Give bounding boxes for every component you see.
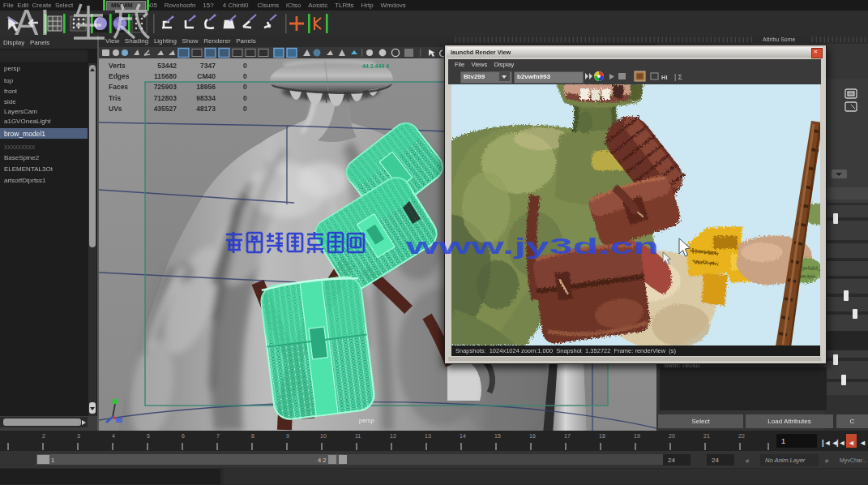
svg-text:◄: ◄ — [848, 439, 855, 447]
svg-text:◄: ◄ — [859, 439, 866, 447]
svg-text:22: 22 — [738, 433, 745, 439]
svg-text:18: 18 — [599, 433, 605, 439]
svg-text:12: 12 — [390, 433, 396, 439]
svg-text:7: 7 — [216, 433, 220, 439]
svg-text:MyvChar...: MyvChar... — [840, 457, 867, 464]
svg-text:21: 21 — [703, 433, 710, 439]
svg-text:13: 13 — [425, 433, 431, 439]
svg-text:AI: AI — [15, 2, 52, 42]
svg-text:HI: HI — [661, 74, 668, 81]
svg-text:1: 1 — [51, 457, 54, 464]
svg-text:No Anim Layer: No Anim Layer — [765, 457, 806, 464]
svg-text:6: 6 — [182, 433, 185, 439]
svg-text:8: 8 — [251, 433, 254, 439]
svg-text:16: 16 — [529, 433, 536, 439]
svg-text:≠: ≠ — [746, 457, 750, 465]
svg-text:9: 9 — [286, 433, 289, 439]
svg-text:19: 19 — [634, 433, 640, 439]
svg-text:17: 17 — [564, 433, 571, 439]
svg-text:11: 11 — [355, 433, 361, 439]
svg-text:3: 3 — [77, 433, 80, 439]
svg-text:4 2: 4 2 — [318, 457, 326, 464]
svg-text:5: 5 — [147, 433, 150, 439]
svg-text:24: 24 — [712, 457, 719, 464]
svg-text:15: 15 — [494, 433, 501, 439]
svg-text:10: 10 — [320, 433, 327, 439]
svg-text:1: 1 — [781, 437, 785, 445]
svg-text:| Σ: | Σ — [674, 73, 682, 81]
svg-text:14: 14 — [460, 433, 466, 439]
svg-text:24: 24 — [668, 457, 675, 464]
svg-text:|◄: |◄ — [836, 439, 845, 447]
svg-text:www.jy3d.cn: www.jy3d.cn — [404, 234, 659, 259]
svg-text:≠: ≠ — [825, 457, 829, 465]
svg-text:20: 20 — [669, 433, 675, 439]
svg-text:4: 4 — [112, 433, 115, 439]
svg-text:2: 2 — [42, 433, 45, 439]
